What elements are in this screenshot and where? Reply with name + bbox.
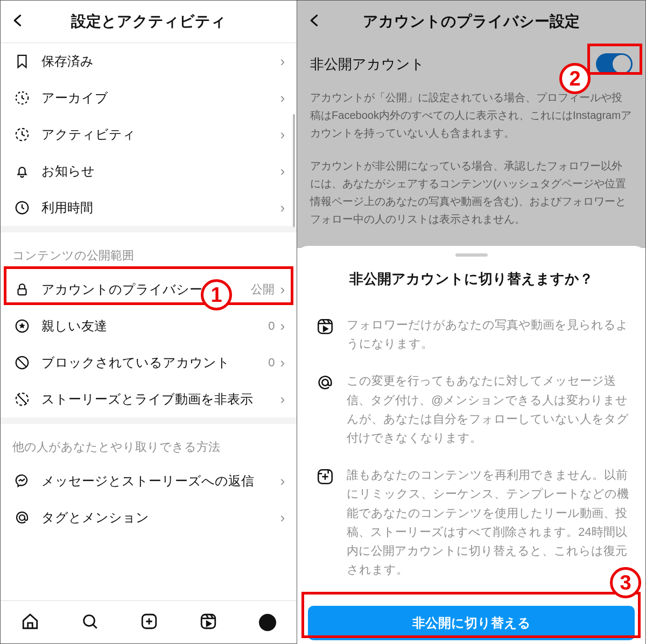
svg-rect-11 — [318, 320, 332, 334]
messenger-icon — [12, 473, 32, 489]
clock-icon — [12, 200, 32, 216]
section-visibility: コンテンツの公開範囲 — [1, 232, 297, 271]
right-header: アカウントのプライバシー設定 — [297, 1, 645, 43]
svg-point-8 — [83, 615, 94, 626]
home-icon[interactable] — [21, 612, 39, 633]
row-saved[interactable]: 保存済み › — [1, 43, 297, 80]
privacy-value: 公開 — [251, 281, 280, 298]
privacy-background: アカウントのプライバシー設定 非公開アカウント アカウントが「公開」に設定されて… — [297, 1, 645, 248]
row-tags-mentions[interactable]: タグとメンション › — [1, 499, 297, 536]
svg-point-7 — [19, 515, 25, 520]
row-screen-time[interactable]: 利用時間 › — [1, 189, 297, 226]
svg-rect-10 — [202, 614, 216, 628]
row-account-privacy[interactable]: アカウントのプライバシー 公開 › — [1, 271, 297, 308]
row-messages-replies[interactable]: メッセージとストーリーズへの返信 › — [1, 463, 297, 499]
sheet-grabber[interactable] — [455, 253, 488, 257]
section-interactions: 他の人があなたとやり取りできる方法 — [1, 424, 297, 463]
archive-icon — [12, 90, 32, 106]
chevron-right-icon: › — [280, 355, 285, 371]
reels-icon[interactable] — [199, 612, 217, 633]
chevron-right-icon: › — [280, 90, 285, 107]
chevron-right-icon: › — [280, 318, 285, 335]
lock-icon — [12, 281, 32, 298]
hide-icon — [12, 391, 32, 407]
row-archive[interactable]: アーカイブ › — [1, 80, 297, 116]
bookmark-icon — [12, 53, 32, 69]
row-close-friends[interactable]: 親しい友達 0 › — [1, 308, 297, 344]
remix-icon — [312, 465, 338, 579]
privacy-description-1: アカウントが「公開」に設定されている場合、プロフィールや投稿はFacebook内… — [297, 86, 645, 154]
row-hide-story[interactable]: ストーリーズとライブ動画を非表示 › — [1, 381, 297, 417]
chevron-right-icon: › — [280, 473, 285, 490]
private-account-row: 非公開アカウント — [297, 43, 645, 86]
settings-list: 保存済み › アーカイブ › アクティビティ › — [1, 43, 297, 643]
svg-rect-3 — [18, 289, 26, 295]
row-notifications[interactable]: お知らせ › — [1, 153, 297, 189]
chevron-right-icon: › — [280, 509, 285, 526]
privacy-pane: アカウントのプライバシー設定 非公開アカウント アカウントが「公開」に設定されて… — [297, 1, 645, 643]
private-toggle[interactable] — [596, 53, 633, 75]
chevron-right-icon: › — [280, 391, 285, 408]
reels-icon — [312, 315, 338, 353]
block-icon — [12, 355, 32, 371]
new-post-icon[interactable] — [140, 612, 158, 633]
info-followers: フォロワーだけがあなたの写真や動画を見られるようになります。 — [297, 310, 645, 366]
info-mentions: この変更を行ってもあなたに対してメッセージ送信、タグ付け、@メンションできる人は… — [297, 366, 645, 460]
mention-icon — [312, 371, 338, 447]
bell-icon — [12, 163, 32, 179]
activity-icon — [12, 126, 32, 143]
page-title: アカウントのプライバシー設定 — [328, 11, 636, 32]
chevron-right-icon: › — [280, 200, 285, 216]
svg-point-12 — [322, 380, 328, 386]
scrollbar[interactable] — [293, 114, 295, 227]
confirm-sheet: 非公開アカウントに切り替えますか？ フォロワーだけがあなたの写真や動画を見られる… — [297, 246, 645, 644]
mention-icon — [12, 509, 32, 526]
left-header: 設定とアクティビティ — [1, 1, 297, 43]
back-button[interactable] — [10, 10, 32, 33]
row-activity[interactable]: アクティビティ › — [1, 116, 297, 153]
page-title: 設定とアクティビティ — [32, 11, 287, 32]
back-button[interactable] — [307, 10, 328, 33]
sheet-title: 非公開アカウントに切り替えますか？ — [297, 270, 645, 288]
info-remix: 誰もあなたのコンテンツを再利用できません。以前にリミックス、シーケンス、テンプレ… — [297, 460, 645, 592]
profile-icon[interactable] — [259, 614, 276, 631]
chevron-right-icon: › — [280, 163, 285, 180]
chevron-right-icon: › — [280, 126, 285, 143]
bottom-nav — [1, 600, 297, 643]
switch-private-button[interactable]: 非公開に切り替える — [308, 606, 635, 640]
privacy-description-2: アカウントが非公開になっている場合、承認したフォロワー以外には、あなたがシェアす… — [297, 154, 645, 240]
chevron-right-icon: › — [280, 53, 285, 70]
chevron-right-icon: › — [280, 281, 285, 298]
star-circle-icon — [12, 318, 32, 334]
row-blocked[interactable]: ブロックされているアカウント 0 › — [1, 344, 297, 381]
settings-pane: 設定とアクティビティ 保存済み › アーカイブ › — [1, 1, 297, 643]
search-icon[interactable] — [81, 612, 99, 633]
